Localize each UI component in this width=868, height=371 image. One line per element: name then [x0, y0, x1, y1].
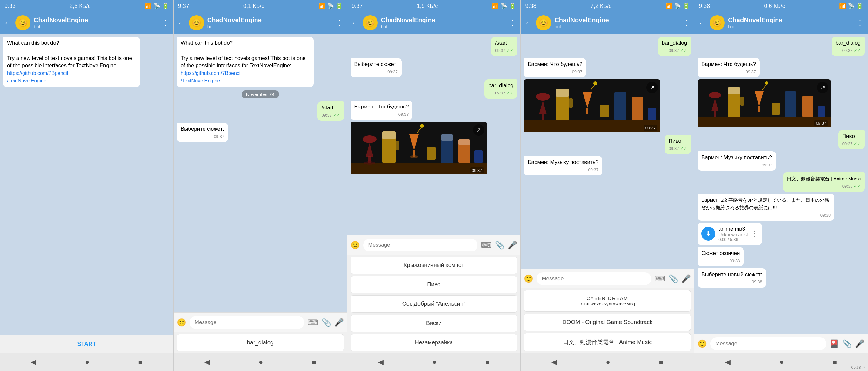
keyboard-icon-2[interactable]: ⌨ [307, 318, 318, 327]
msg-text-4-4: Пиво [669, 138, 681, 144]
nav-home-5[interactable]: ● [779, 358, 783, 366]
nav-bar-2: ◀ ● ■ [174, 353, 347, 371]
keyboard-btn-4-2[interactable]: DOOM - Original Game Soundtrack [524, 314, 691, 331]
avatar-3: 😊 [363, 15, 378, 30]
mic-icon-5[interactable]: 🎤 [855, 339, 865, 348]
mic-icon-4[interactable]: 🎤 [681, 274, 691, 283]
audio-play-icon[interactable]: ⬇ [701, 227, 715, 241]
status-time-1: 9:33 [4, 3, 16, 9]
back-button-1[interactable]: ← [4, 18, 12, 28]
nav-back-1[interactable]: ◀ [31, 358, 36, 366]
keyboard-1: START [0, 335, 173, 353]
svg-rect-27 [569, 98, 573, 108]
emoji-icon-5[interactable]: 🙂 [698, 339, 707, 348]
svg-rect-19 [474, 150, 483, 163]
keyboard-icon-3[interactable]: ⌨ [481, 241, 492, 249]
sticker-icon-5[interactable]: 🎴 [830, 339, 839, 348]
audio-more-5[interactable]: ⋮ [751, 230, 758, 238]
back-button-4[interactable]: ← [525, 18, 533, 28]
back-button-2[interactable]: ← [178, 18, 186, 28]
nav-home-2[interactable]: ● [259, 358, 263, 366]
keyboard-btn-3-2[interactable]: Пиво [350, 276, 518, 293]
svg-rect-8 [396, 141, 399, 150]
keyboard-btn-4-3[interactable]: 日文、動漫音樂電台 | Anime Music [524, 333, 691, 351]
more-button-4[interactable]: ⋮ [683, 19, 690, 27]
mic-icon-2[interactable]: 🎤 [334, 318, 344, 327]
mic-icon-3[interactable]: 🎤 [508, 241, 517, 249]
keyboard-btn-3-3[interactable]: Сок Добрый "Апельсин" [350, 295, 518, 313]
status-bar-2: 9:37 0,1 КБ/с 📶 📡 🔋 [174, 0, 347, 12]
svg-rect-35 [648, 108, 656, 121]
msg-text-4-1: bar_dialog [662, 40, 687, 46]
link-1[interactable]: https://github.com/7Bpencil/TextNovelEng… [7, 70, 68, 83]
nav-square-4[interactable]: ■ [659, 358, 663, 366]
status-info-5: 0,6 КБ/с [764, 3, 785, 9]
emoji-icon-2[interactable]: 🙂 [177, 318, 186, 327]
message-3-4: Бармен: Что будешь? 09:37 [350, 101, 413, 120]
keyboard-icon-4[interactable]: ⌨ [654, 274, 665, 283]
attach-icon-5[interactable]: 📎 [842, 339, 852, 348]
back-button-5[interactable]: ← [698, 18, 706, 28]
share-button-5[interactable]: ↗ [817, 82, 828, 93]
emoji-icon-3[interactable]: 🙂 [350, 241, 360, 249]
chat-status-1: bot [34, 24, 159, 29]
message-input-4[interactable] [536, 272, 651, 285]
keyboard-btn-3-5[interactable]: Незамерзайка [350, 334, 518, 351]
nav-square-2[interactable]: ■ [312, 358, 316, 366]
msg-input-bar-2: 🙂 ⌨ 📎 🎤 [174, 312, 347, 332]
chat-header-1: ← 😊 ChadNovelEngine bot ⋮ [0, 12, 173, 34]
more-button-5[interactable]: ⋮ [856, 19, 864, 27]
more-button-3[interactable]: ⋮ [509, 19, 517, 27]
nav-home-1[interactable]: ● [85, 358, 89, 366]
nav-square-1[interactable]: ■ [138, 358, 142, 366]
msg-time-3-1: 09:37 ✓✓ [495, 48, 514, 54]
svg-point-5 [364, 161, 375, 165]
more-button-1[interactable]: ⋮ [162, 19, 169, 27]
nav-home-4[interactable]: ● [606, 358, 610, 366]
status-icons-3: 📶 📡 🔋 [492, 3, 516, 9]
status-icons-1: 📶 📡 🔋 [145, 3, 169, 9]
nav-back-2[interactable]: ◀ [205, 358, 210, 366]
svg-rect-16 [441, 134, 453, 141]
share-button-3[interactable]: ↗ [473, 124, 485, 136]
keyboard-btn-2-1[interactable]: bar_dialog [177, 334, 344, 351]
message-4-4: Пиво 09:37 ✓✓ [665, 135, 691, 154]
status-bar-1: 9:33 2,5 КБ/с 📶 📡 🔋 [0, 0, 173, 12]
back-button-3[interactable]: ← [351, 18, 360, 28]
attach-icon-2[interactable]: 📎 [321, 318, 331, 327]
status-icons-5: 📶 📡 🔋 [839, 3, 863, 9]
msg-time-4-2: 09:37 [528, 69, 582, 75]
msg-time-3-3: 09:37 ✓✓ [488, 90, 514, 96]
nav-back-4[interactable]: ◀ [552, 358, 557, 366]
audio-info-5: anime.mp3 Unknown artist 0:00 / 5:36 [718, 226, 748, 242]
svg-rect-26 [556, 89, 569, 97]
keyboard-btn-3-4[interactable]: Виски [350, 314, 518, 332]
svg-point-13 [420, 124, 424, 128]
keyboard-btn-3-1[interactable]: Крыжовничный компот [350, 257, 518, 274]
keyboard-btn-4-1[interactable]: CYBER DREAM[Chillwave-SynthwaveMix] [524, 290, 691, 312]
msg-time-3-2: 09:37 [354, 69, 398, 75]
attach-icon-3[interactable]: 📎 [495, 241, 504, 249]
more-button-2[interactable]: ⋮ [336, 19, 343, 27]
chat-body-2: What can this bot do?Try a new level of … [174, 34, 347, 312]
msg-time-5-7: 09:38 [701, 212, 831, 218]
message-input-3[interactable] [363, 239, 478, 251]
attach-icon-4[interactable]: 📎 [669, 274, 678, 283]
svg-point-2 [363, 135, 376, 143]
msg-input-bar-4: 🙂 ⌨ 📎 🎤 [521, 269, 694, 288]
nav-square-3[interactable]: ■ [486, 358, 490, 366]
msg-text-3-2: Выберите сюжет: [354, 61, 398, 67]
msg-text-3-3: bar_dialog [488, 82, 514, 89]
emoji-icon-4[interactable]: 🙂 [524, 274, 533, 283]
message-input-2[interactable] [189, 316, 304, 329]
message-5-7: Бармен: 2文字略号をJPと規定している。また、日本の外務省から発給される… [698, 194, 834, 221]
nav-back-3[interactable]: ◀ [378, 358, 383, 366]
link-2[interactable]: https://github.com/7Bpencil/TextNovelEng… [181, 70, 242, 83]
nav-back-5[interactable]: ◀ [725, 358, 731, 366]
start-button[interactable]: START [0, 335, 173, 353]
message-input-5[interactable] [710, 337, 827, 350]
nav-home-3[interactable]: ● [432, 358, 437, 366]
nav-square-5[interactable]: ■ [833, 358, 837, 366]
message-3-2: Выберите сюжет: 09:37 [350, 58, 402, 77]
chat-info-1: ChadNovelEngine bot [34, 16, 159, 29]
